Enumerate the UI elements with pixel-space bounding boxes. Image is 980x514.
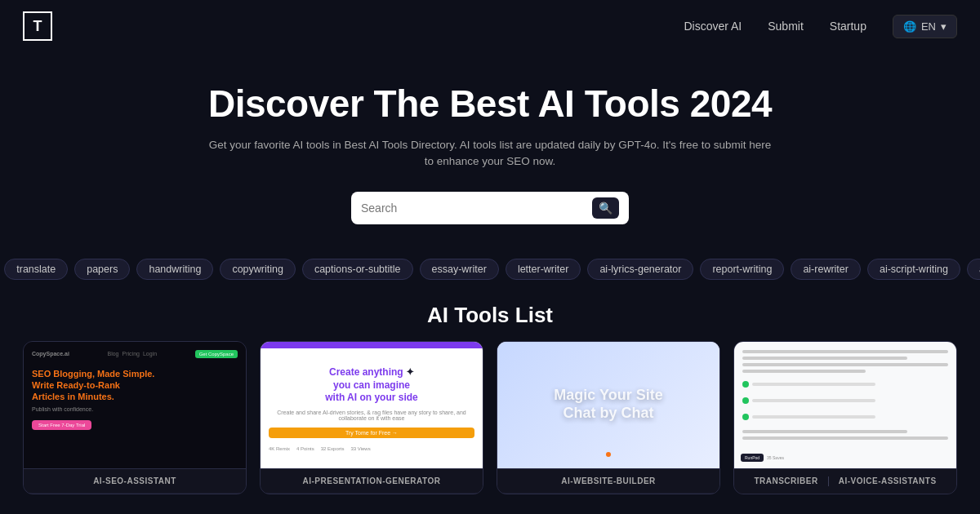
section-title: AI Tools List xyxy=(0,303,980,328)
tools-grid: CopySpace.ai Blog Pricing Login Get Copy… xyxy=(0,341,980,494)
card4-check-text-3 xyxy=(752,415,875,419)
card2-cta: Try Tome for Free → xyxy=(269,428,474,438)
card3-overlay-text: Magic Your Site Chat by Chat xyxy=(554,387,662,422)
card4-check-row-2 xyxy=(742,397,948,404)
card4-line-6 xyxy=(742,436,948,440)
tool-label-text-seo: AI-SEO-ASSISTANT xyxy=(93,476,176,485)
card1-nav: Blog Pricing Login xyxy=(108,351,158,357)
tool-label-text-ai-voice: AI-VOICE-ASSISTANTS xyxy=(839,476,937,485)
card1-headline: SEO Blogging, Made Simple. Write Ready-t… xyxy=(32,368,238,403)
chevron-down-icon: ▾ xyxy=(941,20,947,33)
tool-card-transcriber[interactable]: RunPod 35 Saves TRANSCRIBER AI-VOICE-ASS… xyxy=(733,341,957,494)
card4-line-1 xyxy=(742,350,948,353)
card4-line-5 xyxy=(742,430,907,433)
card2-topbar xyxy=(261,342,483,348)
card4-check-row-3 xyxy=(742,414,948,420)
card4-check-text-2 xyxy=(752,399,875,402)
card4-check-text xyxy=(752,383,875,386)
search-button[interactable]: 🔍 xyxy=(592,197,619,219)
card1-cta-top: Get CopySpace xyxy=(195,350,238,358)
tool-card-label-presentation: AI-PRESENTATION-GENERATOR xyxy=(261,468,483,493)
card1-headline-part1: SEO Blogging, xyxy=(32,369,97,379)
tool-label-text-transcriber: TRANSCRIBER xyxy=(754,476,817,485)
tag-ai-story[interactable]: ai-stor... xyxy=(967,259,980,280)
navbar: T Discover AI Submit Startup 🌐 EN ▾ xyxy=(0,0,980,52)
nav-submit[interactable]: Submit xyxy=(768,20,804,33)
logo[interactable]: T xyxy=(23,11,52,41)
card4-check-row xyxy=(742,381,948,388)
tag-papers[interactable]: papers xyxy=(74,259,130,280)
card2-content: Create anything ✦ you can imaginewith AI… xyxy=(261,342,483,468)
search-icon: 🔍 xyxy=(599,202,612,215)
tag-ai-script-writing[interactable]: ai-script-writing xyxy=(867,259,960,280)
card2-stats: 4K Remix 4 Points 32 Exports 33 Views xyxy=(269,446,474,451)
tag-essay-writer[interactable]: essay-writer xyxy=(420,259,499,280)
card4-line-2 xyxy=(742,357,907,360)
card4-line-4 xyxy=(742,370,866,373)
tool-label-text-presentation: AI-PRESENTATION-GENERATOR xyxy=(303,476,441,485)
tag-report-writing[interactable]: report-writing xyxy=(700,259,784,280)
card2-sub: Create and share AI-driven stories, & ra… xyxy=(269,410,474,421)
card3-dot xyxy=(606,452,611,457)
hero-title: Discover The Best AI Tools 2024 xyxy=(16,82,964,126)
tool-card-image-website: Magic Your Site Chat by Chat xyxy=(497,342,719,468)
tool-card-image-seo: CopySpace.ai Blog Pricing Login Get Copy… xyxy=(24,342,246,468)
language-selector[interactable]: 🌐 EN ▾ xyxy=(893,15,957,38)
tool-card-label-seo: AI-SEO-ASSISTANT xyxy=(24,468,246,493)
card4-pill-1: RunPod xyxy=(741,454,764,462)
tag-letter-writer[interactable]: letter-writer xyxy=(506,259,581,280)
card4-check-icon xyxy=(742,381,749,388)
tool-card-presentation[interactable]: Create anything ✦ you can imaginewith AI… xyxy=(260,341,483,494)
tool-card-website[interactable]: Magic Your Site Chat by Chat AI-WEBSITE-… xyxy=(497,341,720,494)
card1-headline-part2: Write Ready-to-RankArticles in Minutes. xyxy=(32,380,120,401)
card4-line-3 xyxy=(742,363,948,366)
tag-handwriting[interactable]: handwriting xyxy=(136,259,213,280)
tool-card-image-transcriber: RunPod 35 Saves xyxy=(734,342,956,468)
card2-headline: Create anything ✦ you can imaginewith AI… xyxy=(269,366,474,405)
tool-card-image-presentation: Create anything ✦ you can imaginewith AI… xyxy=(261,342,483,468)
tool-card-label-transcriber: TRANSCRIBER AI-VOICE-ASSISTANTS xyxy=(734,468,956,494)
search-input[interactable] xyxy=(361,202,592,215)
globe-icon: 🌐 xyxy=(903,20,916,33)
card4-bottom-bar: RunPod 35 Saves xyxy=(741,454,950,462)
card1-cta-bottom: Start Free 7-Day Trial xyxy=(32,420,91,430)
card4-content: RunPod 35 Saves xyxy=(734,342,956,468)
card3-content: Magic Your Site Chat by Chat xyxy=(497,342,719,468)
tag-copywriting[interactable]: copywriting xyxy=(220,259,296,280)
language-label: EN xyxy=(921,20,936,33)
card4-check-icon-2 xyxy=(742,397,749,404)
card4-check-icon-3 xyxy=(742,414,749,420)
nav-startup[interactable]: Startup xyxy=(830,20,866,33)
search-bar: 🔍 xyxy=(351,192,629,224)
tag-translate[interactable]: translate xyxy=(4,259,68,280)
nav-discover-ai[interactable]: Discover AI xyxy=(684,20,742,33)
nav-links: Discover AI Submit Startup 🌐 EN ▾ xyxy=(684,15,957,38)
card1-logo: CopySpace.ai xyxy=(32,351,69,357)
tag-captions-or-subtitle[interactable]: captions-or-subtitle xyxy=(302,259,413,280)
tags-row: nsfw translate papers handwriting copywr… xyxy=(0,259,980,280)
label-divider xyxy=(828,476,829,486)
tool-label-text-website: AI-WEBSITE-BUILDER xyxy=(561,476,656,485)
card1-sub: Publish with confidence. xyxy=(32,405,238,414)
tag-ai-rewriter[interactable]: ai-rewriter xyxy=(791,259,861,280)
tool-card-seo[interactable]: CopySpace.ai Blog Pricing Login Get Copy… xyxy=(23,341,247,494)
logo-letter: T xyxy=(33,18,42,35)
tool-card-label-website: AI-WEBSITE-BUILDER xyxy=(497,468,719,493)
card4-count: 35 Saves xyxy=(767,455,784,460)
card1-topbar: CopySpace.ai Blog Pricing Login Get Copy… xyxy=(32,350,238,358)
search-wrapper: 🔍 xyxy=(16,192,964,224)
hero-section: Discover The Best AI Tools 2024 Get your… xyxy=(0,52,980,259)
tag-ai-lyrics-generator[interactable]: ai-lyrics-generator xyxy=(587,259,693,280)
card4-lines xyxy=(742,350,948,440)
card1-content: CopySpace.ai Blog Pricing Login Get Copy… xyxy=(24,342,246,468)
hero-subtitle: Get your favorite AI tools in Best AI To… xyxy=(204,137,776,171)
card1-headline-highlight: Made Simple. xyxy=(97,369,154,379)
